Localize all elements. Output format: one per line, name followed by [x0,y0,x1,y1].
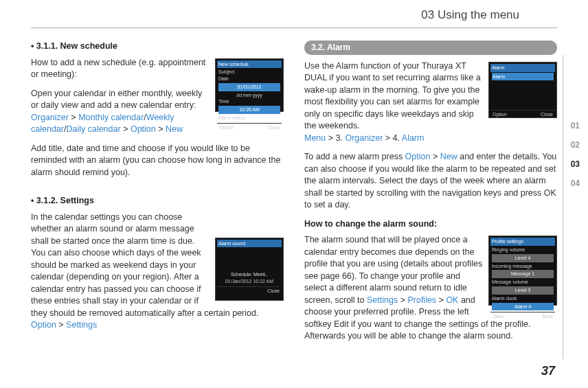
sep: > [121,124,131,134]
text: To add a new alarm press [304,152,405,161]
sep: > 4. [383,133,401,143]
shot-row: Alarm status [217,115,282,122]
chapter-title: 03 Using the menu [421,8,519,22]
screenshot-new-schedule: New schedule Subject Date 01/01/2012 dd … [215,58,284,112]
screenshot-alarm-sound: Alarm sound Schedule: Meeti.. 01/Jan/201… [215,238,284,301]
heading-change-alarm-sound: How to change the alarm sound: [304,218,557,231]
screenshot-profile-settings: Profile settings Ringing volume Level 4 … [488,236,557,306]
para: To add a new alarm press Option > New an… [304,151,557,212]
chapter-tabs: 01 02 03 04 [568,117,583,192]
shot-row: Time [217,98,282,105]
para: Add title, date and time and choose if y… [31,143,284,179]
nav-link: Organizer [31,113,69,122]
vertical-divider [563,55,563,359]
chapter-tab-04[interactable]: 04 [568,174,583,192]
nav-link: Settings [66,320,97,330]
shot-value: Level 3 [492,286,554,295]
shot-title: Profile settings [490,238,555,246]
nav-link: Option [31,320,56,330]
nav-link: New [166,124,183,134]
page-header: 03 Using the menu [31,0,557,28]
shot-row: Subject [217,69,282,76]
shot-hint: dd mm yyyy [217,92,282,99]
softkey-left: Option [219,124,234,131]
screenshot-alarm-list: Alarm Alarm Option Close [488,62,557,118]
shot-row: Date [217,76,282,82]
shot-row: Alarm [492,73,554,81]
nav-link: Settings [367,295,398,305]
left-column: • 3.1.1. New schedule New schedule Subje… [31,41,284,350]
shot-row: Ringing volume [490,247,555,253]
nav-link: Organizer [345,133,383,143]
sep: > 3. [326,133,345,143]
nav-link: OK [446,295,458,305]
right-column: 3.2. Alarm Alarm Alarm Option Close Use … [304,41,557,350]
nav-link: Profiles [407,295,436,305]
shot-value: 10:20 AM [218,106,280,114]
text: Open your calendar in either monthly, we… [31,89,202,111]
chapter-tab-03[interactable]: 03 [568,155,583,173]
softkey-right: Back [542,313,553,320]
shot-value: 01/01/2012 [218,83,280,91]
chapter-tab-01[interactable]: 01 [568,117,583,135]
shot-text: 01/Jan/2012 10:22 AM [217,278,282,285]
sep: > [56,320,66,330]
sep: > [156,124,166,134]
shot-value: Message 1 [492,270,554,278]
sep: > [436,295,446,305]
shot-row: Incoming message [490,263,555,270]
shot-text: Schedule: Meeti.. [217,271,282,278]
page-content: • 3.1.1. New schedule New schedule Subje… [0,41,588,350]
softkey-right: Close [267,288,280,295]
sep: > [398,295,407,305]
shot-value: Alarm 4 [492,303,554,311]
shot-title: New schedule [217,60,282,69]
sep: > [69,113,78,122]
chapter-tab-02[interactable]: 02 [568,136,583,154]
nav-link: Alarm [402,133,425,143]
nav-link: Daily calendar [66,124,120,134]
shot-row: Message volume [490,279,555,286]
shot-title: Alarm [490,64,555,72]
sep: > [430,152,440,161]
heading-new-schedule: • 3.1.1. New schedule [31,41,284,53]
shot-row: Alarm clock [490,295,555,302]
softkey-right: Close [267,124,280,131]
page-number: 37 [541,364,555,378]
nav-link: Menu [304,133,326,143]
shot-value: Level 4 [492,254,554,262]
heading-settings: • 3.1.2. Settings [31,195,284,207]
nav-link: Option [405,152,431,161]
nav-link: Monthly calendar [78,113,144,122]
softkey-right: Close [541,111,553,118]
text: The alarm sound that will be played once… [304,235,482,305]
shot-title: Alarm sound [217,240,282,248]
section-heading-alarm: 3.2. Alarm [304,41,557,55]
nav-link: New [440,152,457,161]
nav-link: Option [131,124,156,134]
softkey-left: Option [493,111,507,118]
text: Use the Alarm function of your Thuraya X… [304,61,481,131]
